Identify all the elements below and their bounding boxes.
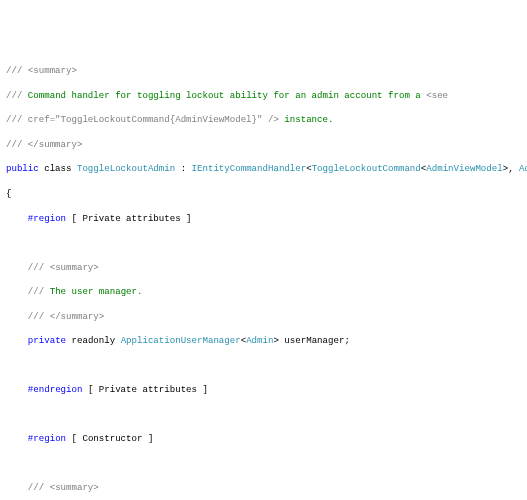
code-line: /// <summary> [6, 482, 521, 494]
code-line: public class ToggleLockoutAdmin : IEntit… [6, 163, 521, 175]
code-line: #region [ Private attributes ] [6, 213, 521, 225]
code-line: { [6, 188, 521, 200]
code-line: /// cref="ToggleLockoutCommand{AdminView… [6, 114, 521, 126]
code-line: #endregion [ Private attributes ] [6, 384, 521, 396]
code-line [6, 237, 521, 249]
code-line [6, 360, 521, 372]
code-block: /// <summary> /// Command handler for to… [6, 53, 521, 500]
code-line: /// The user manager. [6, 286, 521, 298]
code-line: /// </summary> [6, 139, 521, 151]
code-line: /// </summary> [6, 311, 521, 323]
code-line: /// <summary> [6, 65, 521, 77]
code-line: /// Command handler for toggling lockout… [6, 90, 521, 102]
code-line: private readonly ApplicationUserManager<… [6, 335, 521, 347]
code-line: #region [ Constructor ] [6, 433, 521, 445]
code-line [6, 458, 521, 470]
code-line [6, 409, 521, 421]
code-line: /// <summary> [6, 262, 521, 274]
